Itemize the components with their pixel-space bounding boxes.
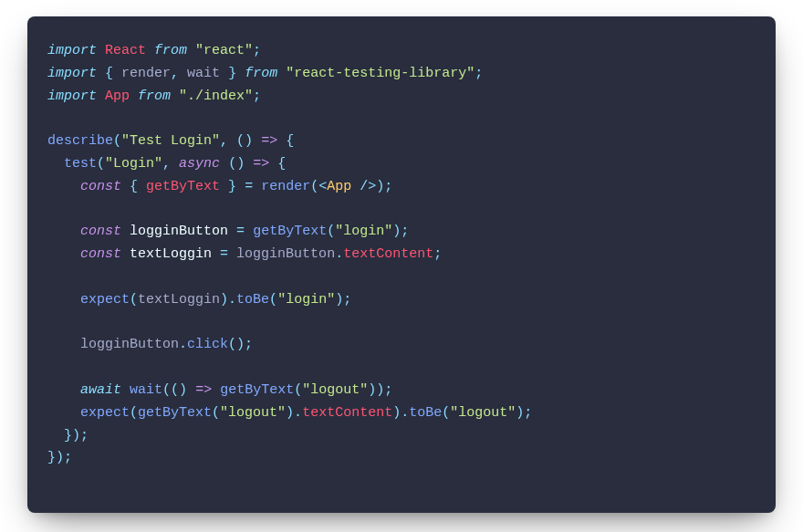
kw-const: const <box>80 224 121 239</box>
paren-close: ) <box>56 450 64 465</box>
semicolon: ; <box>64 450 72 465</box>
brace-open: { <box>130 179 138 194</box>
comma: , <box>171 66 179 81</box>
prop-textcontent: textContent <box>343 246 433 262</box>
var-logginbutton: logginButton <box>130 224 228 239</box>
jsx-open: < <box>318 179 327 194</box>
paren-open: ( <box>97 156 105 172</box>
brace-close: } <box>228 179 236 194</box>
fn-render: render <box>261 179 310 194</box>
ident-textloggin: textLoggin <box>138 292 220 308</box>
kw-import: import <box>47 43 97 58</box>
paren-close: ) <box>376 382 384 398</box>
semicolon: ; <box>343 292 351 308</box>
comma: , <box>162 156 171 172</box>
string: "Test Login" <box>121 133 220 149</box>
kw-import: import <box>47 66 97 81</box>
semicolon: ; <box>401 224 409 239</box>
paren-open: ( <box>236 133 245 149</box>
string: "Login" <box>105 156 162 172</box>
jsx-app: App <box>327 179 351 194</box>
paren-close: ) <box>236 156 245 172</box>
paren-open: ( <box>171 382 179 398</box>
string: "login" <box>335 224 392 239</box>
kw-const: const <box>80 246 121 262</box>
arrow: => <box>261 133 277 149</box>
fn-getbytext: getByText <box>220 382 294 398</box>
fn-tobe: toBe <box>236 292 269 308</box>
semicolon: ; <box>474 66 483 81</box>
paren-open: ( <box>310 179 318 194</box>
op-assign: = <box>245 179 253 194</box>
paren-open: ( <box>442 405 450 421</box>
fn-getbytext: getByText <box>138 405 212 421</box>
paren-close: ) <box>245 133 253 149</box>
dot: . <box>228 292 236 308</box>
dot: . <box>179 337 187 352</box>
ident-logginbutton: logginButton <box>80 337 179 352</box>
paren-close: ) <box>516 405 524 421</box>
string: "logout" <box>220 405 286 421</box>
paren-close: ) <box>368 382 376 398</box>
paren-open: ( <box>294 382 302 398</box>
fn-describe: describe <box>47 133 113 149</box>
ident-app: App <box>105 89 130 104</box>
kw-import: import <box>47 89 97 104</box>
paren-close: ) <box>179 382 187 398</box>
fn-expect: expect <box>80 292 130 308</box>
fn-wait: wait <box>130 382 162 398</box>
paren-open: ( <box>130 405 138 421</box>
paren-open: ( <box>327 224 335 239</box>
kw-from: from <box>245 66 277 81</box>
ident-wait: wait <box>187 66 220 81</box>
code-block: import React from "react"; import { rend… <box>47 40 756 470</box>
semicolon: ; <box>80 428 89 443</box>
prop-textcontent: textContent <box>302 405 392 421</box>
fn-tobe: toBe <box>409 405 442 421</box>
semicolon: ; <box>245 337 253 352</box>
string: "logout" <box>450 405 516 421</box>
op-assign: = <box>220 246 228 262</box>
ident-react: React <box>105 43 146 58</box>
paren-close: ) <box>286 405 294 421</box>
brace-close: } <box>64 428 72 443</box>
kw-async: async <box>179 156 220 172</box>
ident-render: render <box>121 66 171 81</box>
kw-await: await <box>80 382 121 398</box>
string: "react-testing-library" <box>286 66 474 81</box>
semicolon: ; <box>253 43 261 58</box>
semicolon: ; <box>433 246 442 262</box>
paren-open: ( <box>228 156 236 172</box>
brace-close: } <box>47 450 56 465</box>
fn-expect: expect <box>80 405 130 421</box>
semicolon: ; <box>384 179 392 194</box>
ident-getbytext: getByText <box>146 179 220 194</box>
string: "login" <box>277 292 335 308</box>
semicolon: ; <box>524 405 532 421</box>
var-textloggin: textLoggin <box>130 246 212 262</box>
paren-open: ( <box>212 405 220 421</box>
dot: . <box>335 246 343 262</box>
comma: , <box>220 133 228 149</box>
paren-open: ( <box>130 292 138 308</box>
brace-open: { <box>286 133 294 149</box>
dot: . <box>401 405 409 421</box>
code-card: import React from "react"; import { rend… <box>27 16 776 513</box>
paren-close: ) <box>335 292 343 308</box>
brace-close: } <box>228 66 236 81</box>
paren-open: ( <box>269 292 277 308</box>
semicolon: ; <box>253 89 261 104</box>
paren-close: ) <box>220 292 228 308</box>
string: "logout" <box>302 382 368 398</box>
semicolon: ; <box>384 382 392 398</box>
op-assign: = <box>236 224 245 239</box>
kw-const: const <box>80 179 121 194</box>
dot: . <box>294 405 302 421</box>
paren-open: ( <box>228 337 236 352</box>
paren-open: ( <box>113 133 121 149</box>
brace-open: { <box>105 66 113 81</box>
arrow: => <box>195 382 212 398</box>
kw-from: from <box>154 43 187 58</box>
string: "./index" <box>179 89 253 104</box>
string: "react" <box>195 43 253 58</box>
